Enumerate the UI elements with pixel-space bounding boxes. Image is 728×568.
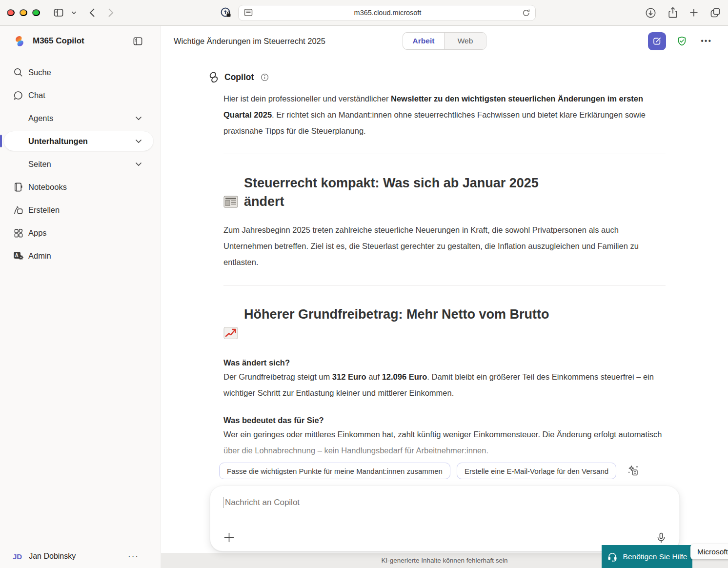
composer-input[interactable]: Nachricht an Copilot: [210, 486, 679, 508]
chevron-down-icon: [135, 139, 142, 143]
sidebar-item-label: Apps: [28, 228, 47, 238]
sidebar-item-seiten[interactable]: Seiten: [4, 154, 153, 174]
sidebar-item-label: Agents: [28, 114, 53, 123]
account-row[interactable]: JD Jan Dobinsky ···: [0, 551, 161, 561]
sidebar-item-suche[interactable]: Suche: [4, 62, 153, 82]
toolbar-right: [645, 6, 721, 19]
chevron-down-icon: [135, 162, 142, 166]
composer-placeholder: Nachricht an Copilot: [225, 498, 300, 507]
tooltip-text: Microsoft: [697, 548, 728, 556]
privacy-lock-icon[interactable]: [220, 6, 232, 19]
sidebar-item-notebooks[interactable]: Notebooks: [4, 177, 153, 197]
divider: [223, 285, 666, 285]
sidebar-item-admin[interactable]: A Admin: [4, 246, 153, 265]
sidebar-item-label: Erstellen: [28, 205, 60, 215]
tab-overview-icon[interactable]: [709, 7, 721, 19]
text-cursor: [223, 497, 224, 508]
create-icon: [13, 205, 23, 215]
prompt-suggestions-icon[interactable]: [627, 465, 640, 477]
conversation-title: Wichtige Änderungen im Steuerrecht 2025: [174, 37, 325, 46]
admin-icon: A: [13, 250, 23, 261]
notebook-icon: [13, 182, 23, 192]
sidebar-item-agents[interactable]: Agents: [4, 108, 153, 128]
suggestion-chip[interactable]: Fasse die wichtigsten Punkte für meine M…: [219, 463, 450, 479]
apps-icon: [13, 228, 23, 238]
back-icon[interactable]: [89, 8, 95, 18]
download-icon[interactable]: [645, 7, 657, 19]
intro-paragraph: Hier ist dein professioneller und verstä…: [223, 91, 666, 139]
tab-web[interactable]: Web: [445, 33, 486, 49]
section-heading: Höherer Grundfreibetrag: Mehr Netto vom …: [223, 305, 666, 345]
microphone-icon[interactable]: [656, 532, 667, 545]
chevron-down-icon[interactable]: [71, 11, 77, 15]
suggestion-chips: Fasse die wichtigsten Punkte für meine M…: [208, 463, 681, 479]
sidebar-item-label: Unterhaltungen: [28, 137, 88, 146]
microsoft-tooltip: Microsoft: [690, 544, 728, 559]
ai-disclaimer: KI-generierte Inhalte können fehlerhaft …: [382, 557, 508, 564]
work-web-toggle: Arbeit Web: [403, 32, 486, 50]
avatar: JD: [13, 552, 22, 561]
question-heading: Was ändert sich?: [223, 356, 666, 369]
window-controls: [7, 9, 40, 16]
question-heading: Was bedeutet das für Sie?: [223, 414, 666, 426]
chat-icon: [13, 90, 23, 101]
info-icon[interactable]: [261, 73, 269, 81]
message-header: Copilot: [207, 71, 666, 84]
section-paragraph: Zum Jahresbeginn 2025 treten zahlreiche …: [223, 222, 666, 270]
collapse-sidebar-icon[interactable]: [132, 36, 143, 47]
more-options-icon[interactable]: •••: [698, 36, 715, 46]
sidebar-item-apps[interactable]: Apps: [4, 223, 153, 243]
add-attachment-icon[interactable]: [223, 531, 235, 544]
copilot-icon: [207, 71, 220, 84]
url-text: m365.cloud.microsoft: [253, 9, 522, 17]
newspaper-emoji: [223, 176, 238, 213]
section-paragraph: Der Grundfreibetrag steigt um 312 Euro a…: [223, 369, 666, 401]
sidebar: M365 Copilot Suche Chat: [0, 26, 161, 568]
chevron-down-icon: [135, 116, 142, 121]
chart-increasing-emoji: [223, 307, 238, 345]
browser-chrome: m365.cloud.microsoft: [0, 0, 728, 26]
close-window-button[interactable]: [7, 9, 15, 16]
panel-toggle-icon[interactable]: [53, 7, 64, 19]
account-more-icon[interactable]: ···: [128, 551, 139, 561]
sidebar-item-unterhaltungen[interactable]: Unterhaltungen: [4, 131, 153, 151]
reload-icon[interactable]: [522, 9, 530, 17]
address-bar-area: m365.cloud.microsoft: [122, 5, 633, 21]
sidebar-item-label: Seiten: [28, 160, 51, 169]
sidebar-nav: Suche Chat Agents Unterhaltungen: [0, 62, 161, 265]
sidebar-item-chat[interactable]: Chat: [4, 85, 153, 105]
sidebar-item-label: Suche: [28, 68, 51, 77]
sidebar-item-erstellen[interactable]: Erstellen: [4, 200, 153, 220]
sidebar-item-label: Notebooks: [28, 183, 67, 192]
conversation-header: Wichtige Änderungen im Steuerrecht 2025 …: [161, 26, 728, 56]
url-field[interactable]: m365.cloud.microsoft: [238, 5, 536, 21]
zoom-window-button[interactable]: [32, 9, 40, 16]
new-tab-icon[interactable]: [689, 8, 699, 18]
sidebar-item-label: Admin: [28, 251, 51, 261]
search-icon: [13, 67, 23, 78]
sidebar-header: M365 Copilot: [0, 26, 161, 56]
help-button[interactable]: Benötigen Sie Hilfe: [602, 545, 692, 568]
reader-view-icon[interactable]: [243, 8, 253, 17]
divider: [223, 154, 666, 154]
message-composer[interactable]: Nachricht an Copilot: [210, 486, 680, 551]
user-name: Jan Dobinsky: [29, 552, 121, 561]
m365-copilot-logo-icon: [13, 35, 26, 48]
selection-accent-bar: [0, 135, 2, 147]
section-heading: Steuerrecht kompakt: Was sich ab Januar …: [223, 174, 666, 213]
chat-message: Copilot Hier ist dein professioneller un…: [223, 71, 666, 480]
new-chat-button[interactable]: [648, 32, 666, 50]
help-button-label: Benötigen Sie Hilfe: [623, 552, 688, 561]
forward-icon[interactable]: [108, 8, 114, 18]
shield-check-icon[interactable]: [676, 36, 688, 47]
browser-window: m365.cloud.microsoft: [0, 0, 728, 568]
svg-text:A: A: [15, 253, 19, 258]
app-title: M365 Copilot: [33, 36, 125, 46]
minimize-window-button[interactable]: [20, 9, 27, 16]
suggestion-chip[interactable]: Erstelle eine E-Mail-Vorlage für den Ver…: [457, 463, 616, 479]
tab-arbeit[interactable]: Arbeit: [403, 33, 445, 49]
sender-name: Copilot: [224, 72, 254, 82]
share-icon[interactable]: [667, 6, 678, 19]
main-area: Wichtige Änderungen im Steuerrecht 2025 …: [161, 26, 728, 568]
header-actions: •••: [648, 32, 715, 50]
